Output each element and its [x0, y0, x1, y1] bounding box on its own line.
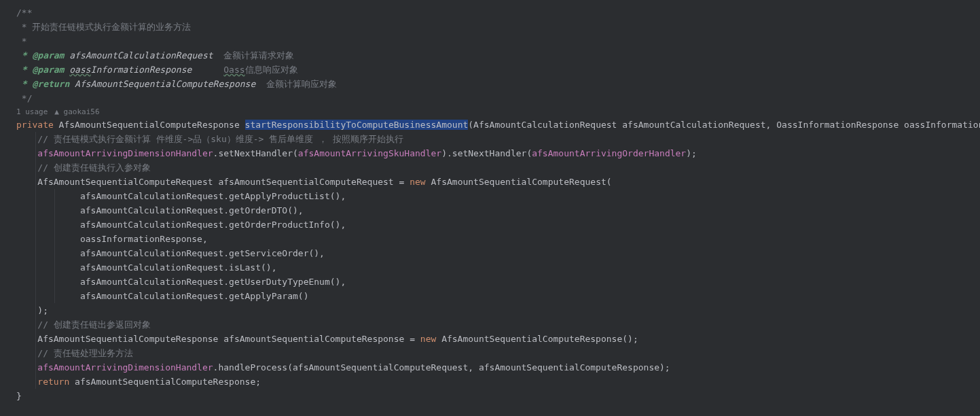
javadoc-param1: * @param afsAmountCalculationRequest 金额计… [16, 48, 980, 63]
comment-input-obj: // 创建责任链执行入参对象 [16, 160, 980, 175]
javadoc-close: */ [16, 91, 980, 105]
usage-count[interactable]: 1 usage [16, 105, 48, 119]
handle-process-call: afsAmountArrivingDimensionHandler.handle… [16, 360, 980, 375]
method-name-highlighted: startResponsibilityToComputeBusinessAmou… [245, 120, 469, 130]
author-info[interactable]: ▲ gaokai56 [54, 105, 99, 119]
code-meta: 1 usage ▲ gaokai56 [16, 105, 980, 118]
method-body: // 责任链模式执行金额计算 件维度->品（sku）维度-> 售后单维度 ， 按… [16, 132, 980, 389]
ctor-arg7: afsAmountCalculationRequest.getUserDutyT… [16, 275, 980, 289]
ctor-arg3: afsAmountCalculationRequest.getOrderProd… [16, 218, 980, 232]
method-signature: private AfsAmountSequentialComputeRespon… [16, 118, 980, 132]
method-close-brace: } [16, 389, 980, 403]
comment-output-obj: // 创建责任链出参返回对象 [16, 317, 980, 332]
javadoc-desc: * 开始责任链模式执行金额计算的业务方法 [16, 20, 980, 34]
comment-handle: // 责任链处理业务方法 [16, 346, 980, 360]
javadoc-blank: * [16, 34, 980, 48]
author-icon: ▲ [54, 107, 59, 116]
request-decl: AfsAmountSequentialComputeRequest afsAmo… [16, 175, 980, 189]
chain-setup: afsAmountArrivingDimensionHandler.setNex… [16, 146, 980, 160]
comment-chain-order: // 责任链模式执行金额计算 件维度->品（sku）维度-> 售后单维度 ， 按… [16, 132, 980, 146]
ctor-arg6: afsAmountCalculationRequest.isLast(), [16, 260, 980, 275]
ctor-arg8: afsAmountCalculationRequest.getApplyPara… [16, 289, 980, 303]
ctor-arg5: afsAmountCalculationRequest.getServiceOr… [16, 246, 980, 260]
javadoc-return: * @return AfsAmountSequentialComputeResp… [16, 77, 980, 91]
javadoc-param2: * @param oassInformationResponse Oass信息响… [16, 63, 980, 77]
response-decl: AfsAmountSequentialComputeResponse afsAm… [16, 332, 980, 346]
ctor-arg4: oassInformationResponse, [16, 232, 980, 246]
ctor-close: ); [16, 303, 980, 317]
code-editor[interactable]: /** * 开始责任链模式执行金额计算的业务方法 * * @param afsA… [0, 0, 980, 409]
javadoc-open: /** [16, 5, 980, 20]
return-statement: return afsAmountSequentialComputeRespons… [16, 375, 980, 389]
ctor-arg1: afsAmountCalculationRequest.getApplyProd… [16, 189, 980, 203]
ctor-arg2: afsAmountCalculationRequest.getOrderDTO(… [16, 203, 980, 218]
